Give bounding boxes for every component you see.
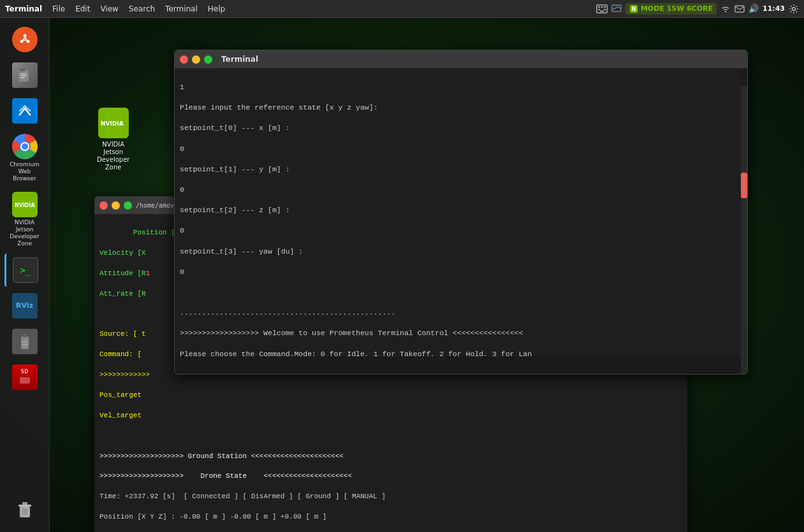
svg-point-11 (793, 7, 796, 10)
sidebar-item-rviz[interactable]: RViz (4, 289, 45, 322)
svg-text:NVIDIA: NVIDIA (15, 203, 35, 208)
nvidia-label: NVIDIA Jetson Developer Zone (7, 219, 43, 247)
taskbar-terminal-label[interactable]: Terminal (0, 2, 47, 16)
system-clock: 11:43 (763, 4, 785, 13)
svg-rect-5 (604, 9, 606, 10)
usb-icon (12, 329, 38, 354)
svg-point-14 (26, 40, 29, 43)
svg-rect-31 (23, 334, 27, 338)
svg-text:N: N (632, 6, 636, 12)
taskbar-terminal-menu[interactable]: Terminal (160, 2, 203, 16)
sidebar: Chromium Web Browser NVIDIA NVIDIA Jetso… (0, 18, 50, 532)
nvidia-mode-indicator: N MODE 15W 6CORE (625, 3, 717, 15)
terminal-front-titlebar: Terminal (175, 50, 747, 68)
taskbar-help-menu[interactable]: Help (203, 2, 230, 16)
terminal-back-minimize-btn[interactable] (112, 201, 120, 210)
chromium-label: Chromium Web Browser (7, 161, 43, 182)
svg-point-15 (20, 40, 23, 43)
svg-rect-36 (18, 505, 31, 507)
terminal-back-path: /home/amov (136, 202, 174, 209)
terminal-back-close-btn[interactable] (99, 201, 108, 210)
terminal-front-content[interactable]: 1 Please input the reference state [x y … (175, 68, 741, 356)
svg-rect-20 (20, 69, 25, 71)
files-icon (12, 62, 38, 88)
settings-icon[interactable] (789, 4, 799, 14)
sidebar-item-sd[interactable]: SD (4, 361, 45, 394)
keyboard-icon (596, 4, 608, 13)
terminal-front-minimize-btn[interactable] (192, 55, 200, 64)
sidebar-item-chromium[interactable]: Chromium Web Browser (4, 130, 45, 185)
svg-rect-32 (22, 341, 27, 343)
taskbar-menu: Terminal File Edit View Search Terminal … (0, 2, 230, 16)
vscode-icon (12, 98, 38, 124)
svg-rect-6 (600, 10, 604, 11)
sidebar-item-files[interactable] (4, 59, 45, 92)
sidebar-item-vscode[interactable] (4, 94, 45, 127)
svg-rect-2 (601, 6, 603, 8)
taskbar-right: N MODE 15W 6CORE 🔊 11:43 (596, 3, 804, 15)
svg-rect-24 (16, 102, 34, 120)
wifi-icon[interactable] (720, 4, 731, 14)
terminal-front-maximize-btn[interactable] (204, 55, 212, 64)
desktop: Terminal File Edit View Search Terminal … (0, 0, 804, 532)
svg-rect-22 (20, 75, 27, 76)
svg-rect-33 (22, 344, 27, 345)
svg-rect-23 (20, 77, 25, 78)
desktop-icon-nvidia-jetson[interactable]: NVIDIA NVIDIAJetsonDeveloperZone (94, 105, 132, 174)
sd-icon: SD (12, 364, 38, 390)
email-icon[interactable] (735, 4, 745, 14)
nvidia-desktop-icon: NVIDIA (98, 108, 129, 138)
svg-text:NVIDIA: NVIDIA (101, 120, 124, 127)
svg-rect-37 (22, 502, 27, 505)
svg-rect-1 (598, 6, 600, 8)
taskbar: Terminal File Edit View Search Terminal … (0, 0, 804, 18)
sidebar-item-ubuntu[interactable] (4, 23, 45, 56)
terminal-sidebar-icon: >_ (13, 257, 38, 283)
volume-icon[interactable]: 🔊 (749, 4, 759, 14)
sidebar-item-terminal[interactable]: >_ (4, 254, 45, 287)
main-area: NVIDIA NVIDIAJetsonDeveloperZone /home/a… (50, 18, 804, 532)
svg-point-13 (23, 34, 26, 38)
terminal-scrollbar-thumb[interactable] (741, 173, 747, 198)
ubuntu-icon (12, 27, 38, 52)
rviz-icon: RViz (12, 293, 38, 319)
svg-rect-10 (735, 6, 744, 12)
svg-rect-4 (598, 9, 600, 10)
taskbar-edit-menu[interactable]: Edit (70, 2, 95, 16)
terminal-scrollbar-track[interactable] (741, 86, 747, 374)
svg-rect-30 (21, 336, 29, 349)
taskbar-file-menu[interactable]: File (47, 2, 70, 16)
nvidia-desktop-label: NVIDIAJetsonDeveloperZone (97, 141, 129, 171)
sidebar-item-trash[interactable] (4, 494, 45, 527)
chromium-icon (12, 134, 38, 159)
taskbar-search-menu[interactable]: Search (124, 2, 160, 16)
taskbar-view-menu[interactable]: View (95, 2, 123, 16)
sidebar-item-usb[interactable] (4, 325, 45, 358)
terminal-window-front[interactable]: Terminal 1 Please input the reference st… (174, 50, 748, 375)
svg-rect-21 (20, 73, 27, 75)
terminal-front-body: 1 Please input the reference state [x y … (175, 68, 747, 374)
svg-rect-3 (604, 6, 606, 8)
svg-rect-34 (20, 377, 30, 384)
system-monitor-icon[interactable] (611, 4, 622, 14)
terminal-front-close-btn[interactable] (180, 55, 188, 64)
trash-icon (12, 498, 38, 523)
terminal-front-title: Terminal (221, 55, 258, 64)
svg-point-28 (22, 143, 28, 150)
sidebar-item-nvidia[interactable]: NVIDIA NVIDIA Jetson Developer Zone (4, 188, 45, 250)
terminal-back-maximize-btn[interactable] (124, 201, 132, 210)
nvidia-top-icon: NVIDIA (12, 192, 38, 217)
